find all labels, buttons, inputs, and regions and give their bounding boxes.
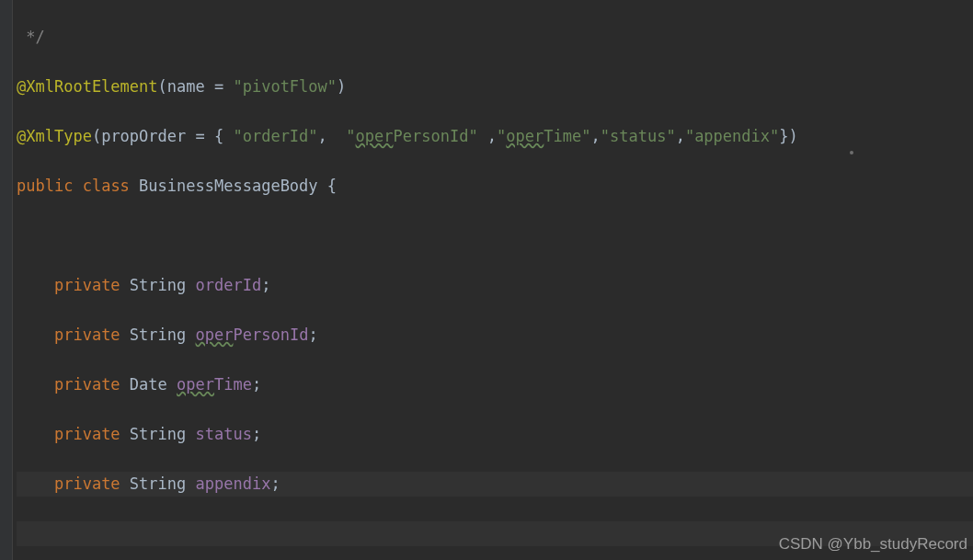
blank-line [17,223,973,248]
code-line: private String operPersonId; [17,323,973,348]
code-line: @XmlType(propOrder = { "orderId", "operP… [17,124,973,149]
code-line: @XmlRootElement(name = "pivotFlow") [17,74,973,99]
code-line: private String status; [17,422,973,447]
editor-gutter [0,0,13,560]
code-line: private String orderId; [17,273,973,298]
comment: */ [17,28,45,46]
code-line: public class BusinessMessageBody { [17,174,973,199]
code-editor[interactable]: */ @XmlRootElement(name = "pivotFlow") @… [0,0,973,560]
code-line: private Date operTime; [17,372,973,397]
watermark-text: CSDN @Ybb_studyRecord [779,531,967,556]
breadcrumb-marker-icon [850,151,853,154]
code-line-caret: private String appendix; [17,472,973,497]
